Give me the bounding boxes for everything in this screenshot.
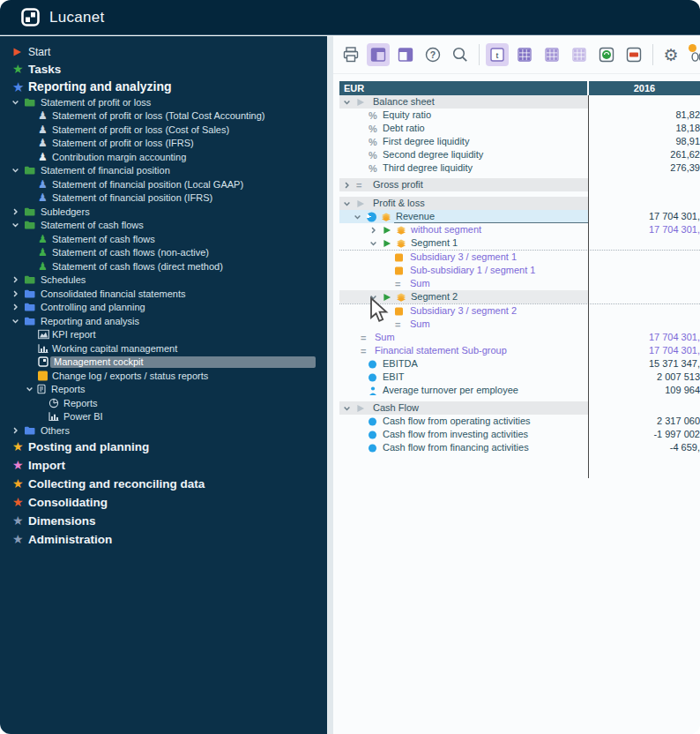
sidebar-item-start[interactable]: Start — [0, 44, 327, 59]
row-value-cell[interactable]: 98,91 — [589, 135, 700, 148]
sidebar-item-subledgers[interactable]: Subledgers — [0, 205, 327, 219]
table-row-sub-subsidiary-1-segment-1[interactable]: Sub-subsidiary 1 / segment 1 — [339, 264, 700, 277]
row-name-cell[interactable]: Cash flow from financing activities — [339, 441, 588, 454]
table-row-balance-sheet[interactable]: Balance sheet — [339, 95, 700, 109]
grid-medium-button[interactable] — [540, 43, 563, 66]
row-name-cell[interactable]: %Third degree liquidity — [339, 161, 588, 175]
table-row-cash-flow-from-operating-activities[interactable]: Cash flow from operating activities2 317… — [339, 415, 700, 428]
sidebar-item-working-capital-management[interactable]: Working capital management — [0, 341, 327, 356]
table-row-cash-flow-from-financing-activities[interactable]: Cash flow from financing activities-4 65… — [339, 441, 700, 454]
row-value-cell[interactable]: 18,18 — [589, 122, 700, 135]
sidebar-item-statement-of-profit-or-loss[interactable]: Statement of profit or loss — [0, 95, 327, 109]
row-name-cell[interactable]: Subsidiary 3 / segment 1 — [339, 251, 588, 264]
table-row-profit-loss[interactable]: Profit & loss — [339, 197, 700, 210]
table-row-sum[interactable]: =Sum17 704 301, — [339, 331, 700, 344]
sidebar-item-collecting-and-reconciling-data[interactable]: ★Collecting and reconciling data — [0, 475, 327, 493]
sidebar-item-consolidated-financial-statements[interactable]: Consolidated financial statements — [0, 287, 327, 301]
table-row-without-segment[interactable]: without segment17 704 301, — [339, 223, 700, 236]
sidebar-item-statement-of-financial-position[interactable]: Statement of financial position — [0, 164, 327, 178]
table-row-sum[interactable]: =Sum — [339, 318, 700, 331]
row-name-cell[interactable]: Average turnover per employee — [339, 384, 588, 397]
row-name-cell[interactable]: Profit & loss — [339, 197, 588, 210]
row-name-cell[interactable]: %Second degree liquidity — [339, 148, 588, 161]
table-row-second-degree-liquidity[interactable]: %Second degree liquidity261,62 — [339, 148, 700, 161]
settings-button[interactable]: ⚙ — [659, 43, 682, 66]
grid-light-button[interactable] — [568, 43, 591, 66]
sidebar-item-statement-of-cash-flows[interactable]: Statement of cash flows — [0, 219, 327, 233]
sidebar-item-management-cockpit[interactable]: Management cockpit — [0, 356, 327, 370]
row-name-cell[interactable]: EBIT — [339, 371, 588, 384]
row-value-cell[interactable]: 17 704 301, — [589, 210, 700, 223]
row-name-cell[interactable]: %Equity ratio — [339, 109, 588, 122]
sidebar-item-statement-of-profit-or-loss-cost-of-sales[interactable]: ♟Statement of profit or loss (Cost of Sa… — [0, 123, 327, 137]
row-value-cell[interactable]: 261,62 — [589, 148, 700, 161]
row-name-cell[interactable]: =Sum — [339, 331, 588, 344]
row-value-cell[interactable]: 81,82 — [589, 109, 700, 122]
sidebar-item-statement-of-cash-flows-non-active[interactable]: ♟Statement of cash flows (non-active) — [0, 246, 327, 260]
row-value-cell[interactable]: 109 964 — [589, 384, 700, 397]
sidebar-item-change-log-exports-status-reports[interactable]: Change log / exports / status reports — [0, 369, 327, 383]
row-name-cell[interactable]: Revenue — [339, 210, 588, 223]
row-name-cell[interactable]: Sub-subsidiary 1 / segment 1 — [339, 264, 588, 277]
sidebar-item-contribution-margin-accounting[interactable]: ♟Contribution margin accounting — [0, 150, 327, 164]
row-name-cell[interactable]: Cash flow from operating activities — [339, 415, 588, 428]
sidebar-item-statement-of-financial-position-local-gaap[interactable]: ♟Statement of financial position (Local … — [0, 177, 327, 191]
row-name-cell[interactable]: =Sum — [339, 277, 588, 290]
layout-columns-button[interactable] — [367, 43, 390, 66]
print-button[interactable] — [339, 43, 362, 66]
row-value-cell[interactable]: 17 704 301, — [589, 331, 700, 344]
users-button[interactable] — [687, 43, 700, 66]
row-name-cell[interactable]: Segment 1 — [339, 236, 588, 250]
excel-export-button[interactable] — [595, 43, 618, 66]
row-name-cell[interactable]: without segment — [339, 223, 588, 236]
table-row-segment-2[interactable]: Segment 2 — [339, 290, 700, 304]
layout-columns-alt-button[interactable] — [394, 43, 417, 66]
help-button[interactable]: ? — [421, 43, 444, 66]
sidebar-item-statement-of-cash-flows[interactable]: ♟Statement of cash flows — [0, 232, 327, 246]
table-row-cash-flow[interactable]: Cash Flow — [339, 401, 700, 415]
row-value-cell[interactable]: 17 704 301, — [589, 344, 700, 357]
sidebar-item-reporting-and-analysis[interactable]: Reporting and analysis — [0, 314, 327, 328]
sidebar-item-schedules[interactable]: Schedules — [0, 273, 327, 288]
table-row-equity-ratio[interactable]: %Equity ratio81,82 — [339, 109, 700, 122]
row-name-cell[interactable]: Cash flow from investing activities — [339, 428, 588, 441]
table-row-third-degree-liquidity[interactable]: %Third degree liquidity276,39 — [339, 161, 700, 175]
sidebar-item-import[interactable]: ★Import — [0, 456, 327, 475]
row-value-cell[interactable]: 17 704 301, — [589, 223, 700, 236]
sidebar-item-dimensions[interactable]: ★Dimensions — [0, 512, 327, 530]
sidebar-item-others[interactable]: Others — [0, 423, 327, 438]
row-value-cell[interactable]: -1 997 002 — [589, 428, 700, 441]
row-name-cell[interactable]: Cash Flow — [339, 401, 588, 415]
table-row-subsidiary-3-segment-1[interactable]: Subsidiary 3 / segment 1 — [339, 251, 700, 264]
row-value-cell[interactable]: -4 659, — [589, 441, 700, 454]
table-row-cash-flow-from-investing-activities[interactable]: Cash flow from investing activities-1 99… — [339, 428, 700, 441]
row-name-cell[interactable]: Balance sheet — [339, 95, 588, 109]
sidebar-item-statement-of-cash-flows-direct-method[interactable]: ♟Statement of cash flows (direct method) — [0, 259, 327, 273]
row-name-cell[interactable]: =Gross profit — [339, 178, 588, 191]
sidebar-item-reporting-and-analyzing[interactable]: ★Reporting and analyzing — [0, 78, 327, 95]
sidebar-item-administration[interactable]: ★Administration — [0, 530, 327, 549]
currency-column-header[interactable]: EUR — [339, 81, 587, 95]
sidebar-item-controlling-and-planning[interactable]: Controlling and planning — [0, 301, 327, 315]
row-name-cell[interactable]: %First degree liquidity — [339, 135, 588, 148]
text-cell-button[interactable]: t — [486, 43, 509, 66]
row-value-cell[interactable]: 2 317 060 — [589, 415, 700, 428]
table-row-average-turnover-per-employee[interactable]: Average turnover per employee109 964 — [339, 384, 700, 397]
sidebar-item-statement-of-financial-position-ifrs[interactable]: ♟Statement of financial position (IFRS) — [0, 191, 327, 206]
sidebar-item-statement-of-profit-or-loss-ifrs[interactable]: ♟Statement of profit or loss (IFRS) — [0, 137, 327, 151]
table-row-segment-1[interactable]: Segment 1 — [339, 236, 700, 251]
row-name-cell[interactable]: %Debt ratio — [339, 122, 588, 135]
sidebar-item-tasks[interactable]: ★Tasks — [0, 59, 327, 78]
pdf-export-button[interactable] — [622, 43, 645, 66]
table-row-revenue[interactable]: Revenue17 704 301, — [339, 210, 700, 223]
row-value-cell[interactable]: 2 007 513 — [589, 371, 700, 384]
table-row-ebit[interactable]: EBIT2 007 513 — [339, 371, 700, 384]
sidebar-scrollbar[interactable] — [327, 36, 333, 734]
table-row-debt-ratio[interactable]: %Debt ratio18,18 — [339, 122, 700, 135]
table-row-subsidiary-3-segment-2[interactable]: Subsidiary 3 / segment 2 — [339, 304, 700, 318]
grid-dark-button[interactable] — [513, 43, 536, 66]
sidebar-item-kpi-report[interactable]: KPI report — [0, 328, 327, 342]
row-value-cell[interactable]: 15 371 347, — [589, 357, 700, 371]
sidebar-item-reports[interactable]: Reports — [0, 383, 327, 397]
row-value-cell[interactable]: 276,39 — [589, 161, 700, 175]
